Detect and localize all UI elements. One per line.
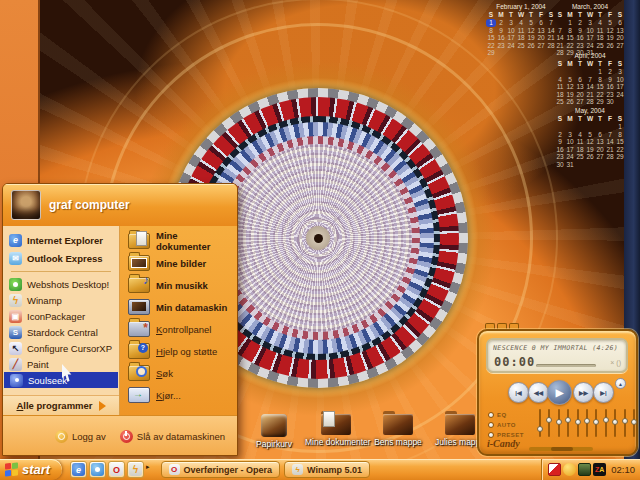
start-menu-item[interactable]: Soulseek [4, 372, 118, 388]
calendar-day-header: T [506, 11, 516, 19]
eq-slider-thumb[interactable] [631, 419, 637, 425]
led-row[interactable]: AUTO [488, 420, 524, 430]
calendar-date: 15 [565, 34, 575, 42]
task-button[interactable]: Winamp 5.01 [284, 461, 370, 478]
calendar-date: 25 [575, 153, 585, 161]
zonealarm-tray-icon[interactable]: ZA [593, 463, 606, 476]
eq-slider[interactable] [586, 409, 588, 437]
eject-button[interactable] [615, 378, 626, 389]
eq-slider[interactable] [539, 409, 541, 437]
start-menu-item[interactable]: Kjør... [120, 384, 237, 406]
eq-slider[interactable] [577, 409, 579, 437]
calendar-day-header: T [595, 60, 605, 68]
start-menu-item[interactable]: Søk [120, 362, 237, 384]
fast-forward-button[interactable] [573, 382, 594, 403]
play-button[interactable] [547, 380, 572, 405]
messenger-alert-tray-icon[interactable] [563, 463, 576, 476]
eq-slider-thumb[interactable] [546, 417, 552, 423]
opera-icon [110, 463, 123, 476]
soulseek-icon [10, 374, 23, 387]
previous-button[interactable] [508, 382, 529, 403]
quick-launch-winamp[interactable] [127, 461, 144, 478]
calendar-date: 23 [555, 153, 565, 161]
calendar-date: 12 [605, 27, 615, 35]
eq-slider[interactable] [624, 409, 626, 437]
start-menu-item[interactable]: Kontrollpanel [120, 318, 237, 340]
calendar-date: 2 [605, 68, 615, 76]
calendar-date: 8 [615, 131, 625, 139]
start-menu-item[interactable]: Mine bilder [120, 252, 237, 274]
eq-slider-thumb[interactable] [565, 417, 571, 423]
eq-slider[interactable] [595, 409, 597, 437]
start-menu-item[interactable]: Configure CursorXP [3, 340, 119, 356]
calendar-date: 21 [605, 146, 615, 154]
eq-slider-thumb[interactable] [584, 418, 590, 424]
eq-slider-thumb[interactable] [556, 419, 562, 425]
rewind-button[interactable] [528, 382, 549, 403]
quick-launch-opera[interactable] [108, 461, 125, 478]
calendar-day-header: S [486, 11, 496, 19]
menu-item-label: Kontrollpanel [156, 324, 211, 335]
led-row[interactable]: EQ [488, 410, 524, 420]
eq-slider[interactable] [558, 409, 560, 437]
eq-slider[interactable] [605, 409, 607, 437]
start-menu-item[interactable]: Min datamaskin [120, 296, 237, 318]
eq-slider[interactable] [548, 409, 550, 437]
menu-item-label: Webshots Desktop! [27, 279, 109, 290]
next-button[interactable] [593, 382, 614, 403]
desktop-icon[interactable]: Bens mappe [367, 414, 429, 449]
seek-bar[interactable] [536, 364, 596, 367]
desktop-icon[interactable]: Mine dokumenter [305, 414, 367, 449]
eq-slider[interactable] [614, 409, 616, 437]
start-button[interactable]: start [0, 459, 62, 480]
start-menu-item[interactable]: Paint [3, 356, 119, 372]
start-menu-item[interactable]: Webshots Desktop! [3, 276, 119, 292]
calendar-date: 18 [555, 91, 565, 99]
calendar-day-header: M [496, 11, 506, 19]
start-menu-item[interactable]: Internet Explorer [3, 231, 119, 249]
download-manager-tray-icon[interactable] [548, 463, 561, 476]
calendar-month: April, 2004SMTWTFS1234567891011121314151… [555, 52, 625, 106]
eq-slider[interactable] [567, 409, 569, 437]
eq-slider-thumb[interactable] [575, 419, 581, 425]
quick-launch-expand-icon[interactable]: ▸ [146, 463, 150, 471]
clock[interactable]: 02:10 [611, 464, 635, 475]
menu-item-label: Winamp [27, 295, 62, 306]
paint-icon [9, 358, 22, 371]
calendar-date [575, 161, 585, 169]
calendar-date: 6 [595, 131, 605, 139]
start-menu-item[interactable]: Stardock Central [3, 324, 119, 340]
start-menu-item[interactable]: IconPackager [3, 308, 119, 324]
start-menu-item[interactable]: Outlook Express [3, 249, 119, 267]
all-programs-button[interactable]: Alle programmer [3, 395, 119, 415]
eq-slider-thumb[interactable] [603, 417, 609, 423]
player-scrollbar[interactable] [529, 447, 593, 451]
calendar-date: 5 [565, 76, 575, 84]
eq-slider-thumb[interactable] [622, 418, 628, 424]
start-menu-item[interactable]: Min musikk [120, 274, 237, 296]
player-scrollbar-thumb[interactable] [551, 447, 573, 451]
eq-slider[interactable] [633, 409, 635, 437]
desktop-icon-label: Papirkurv [243, 439, 305, 449]
eq-slider-thumb[interactable] [593, 419, 599, 425]
desktop-icon[interactable]: Papirkurv [243, 414, 305, 449]
shut-down-button[interactable]: Slå av datamaskinen [120, 430, 225, 443]
start-menu-item[interactable]: Hjelp og støtte [120, 340, 237, 362]
log-off-button[interactable]: Logg av [55, 430, 106, 443]
calendar-date: 11 [595, 27, 605, 35]
calendar-date: 12 [565, 83, 575, 91]
calendar-date: 23 [575, 42, 585, 50]
eq-slider-thumb[interactable] [537, 426, 543, 432]
start-menu-item[interactable]: Mine dokumenter [120, 230, 237, 252]
task-button[interactable]: Overføringer - Opera [161, 461, 281, 478]
start-menu-item[interactable]: Winamp [3, 292, 119, 308]
network-tray-icon[interactable] [578, 463, 591, 476]
quick-launch-internet-explorer[interactable] [70, 461, 87, 478]
calendar-date: 2 [555, 131, 565, 139]
calendar-date: 10 [585, 27, 595, 35]
quick-launch-messenger[interactable] [89, 461, 106, 478]
eq-slider-thumb[interactable] [612, 419, 618, 425]
calendar-title: May, 2004 [555, 107, 625, 115]
calendar-date [595, 161, 605, 169]
calendar-day-header: T [595, 115, 605, 123]
